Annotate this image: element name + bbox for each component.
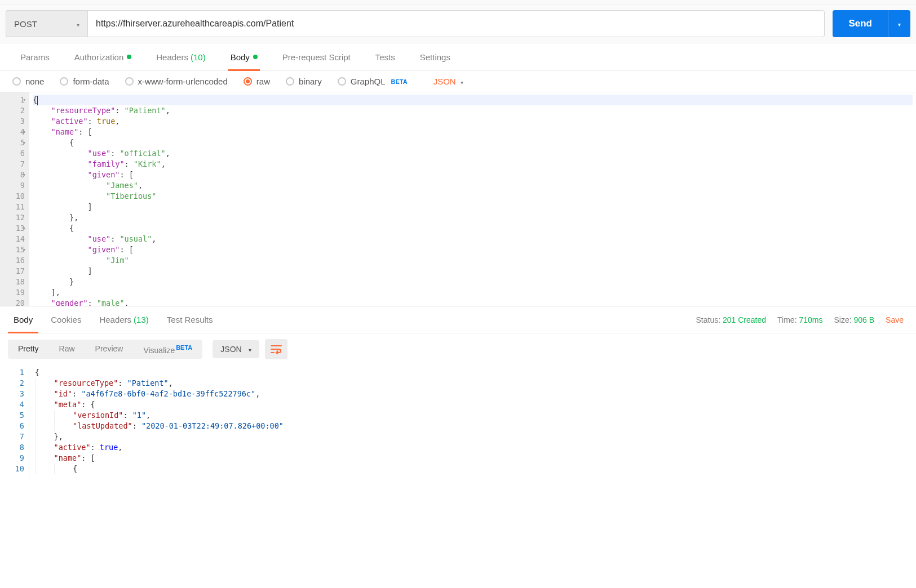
size-label: Size: 906 B	[834, 315, 874, 324]
status-dot-icon	[253, 55, 258, 59]
radio-icon	[125, 77, 134, 86]
editor-gutter: 12345678910	[0, 365, 29, 478]
send-dropdown-button[interactable]	[888, 10, 910, 37]
wrap-lines-button[interactable]	[265, 339, 287, 359]
response-tabs: Body Cookies Headers(13) Test Results St…	[0, 306, 916, 333]
resp-tab-cookies[interactable]: Cookies	[42, 306, 90, 333]
radio-icon	[244, 77, 252, 86]
view-preview[interactable]: Preview	[85, 340, 134, 359]
resp-tab-body[interactable]: Body	[5, 306, 42, 333]
body-type-xwww[interactable]: x-www-form-urlencoded	[125, 77, 228, 86]
chevron-down-icon	[249, 345, 251, 354]
radio-icon	[338, 77, 346, 86]
beta-badge: BETA	[176, 344, 192, 351]
status-dot-icon	[127, 55, 131, 59]
save-response-button[interactable]: Save	[886, 315, 904, 324]
resp-tab-testresults[interactable]: Test Results	[158, 306, 222, 333]
raw-format-select[interactable]: JSON	[433, 77, 463, 86]
chevron-down-icon	[898, 20, 901, 28]
body-type-raw[interactable]: raw	[244, 77, 270, 86]
tab-prerequest[interactable]: Pre-request Script	[270, 43, 363, 70]
editor-code[interactable]: { "resourceType": "Patient", "active": t…	[29, 92, 916, 306]
tab-authorization[interactable]: Authorization	[62, 43, 144, 70]
body-type-graphql[interactable]: GraphQLBETA	[338, 77, 408, 86]
tab-body[interactable]: Body	[218, 43, 270, 70]
beta-badge: BETA	[391, 78, 408, 85]
body-type-binary[interactable]: binary	[286, 77, 322, 86]
response-body-editor[interactable]: 12345678910 { "resourceType": "Patient",…	[0, 365, 916, 478]
response-meta: Status: 201 Created Time: 710ms Size: 90…	[696, 315, 911, 324]
chevron-down-icon	[461, 77, 463, 86]
request-tabs: Params Authorization Headers(10) Body Pr…	[0, 43, 916, 71]
body-type-formdata[interactable]: form-data	[60, 77, 109, 86]
body-type-selector: none form-data x-www-form-urlencoded raw…	[0, 71, 916, 92]
editor-code[interactable]: { "resourceType": "Patient", "id": "a4f6…	[29, 365, 916, 478]
top-divider	[0, 0, 916, 5]
request-body-editor[interactable]: 123456789101112131415161718192021 { "res…	[0, 92, 916, 306]
url-input[interactable]	[87, 10, 825, 37]
tab-headers[interactable]: Headers(10)	[144, 43, 218, 70]
response-view-mode: Pretty Raw Preview VisualizeBETA	[8, 340, 202, 359]
view-raw[interactable]: Raw	[49, 340, 85, 359]
radio-icon	[60, 77, 68, 86]
radio-icon	[12, 77, 21, 86]
status-label: Status: 201 Created	[696, 315, 767, 324]
response-format-select[interactable]: JSON	[213, 340, 259, 358]
request-bar: POST Send	[0, 5, 916, 43]
editor-gutter: 123456789101112131415161718192021	[0, 92, 29, 306]
tab-params[interactable]: Params	[8, 43, 62, 70]
view-pretty[interactable]: Pretty	[8, 340, 49, 359]
method-value: POST	[14, 19, 37, 29]
tab-settings[interactable]: Settings	[408, 43, 463, 70]
radio-icon	[286, 77, 294, 86]
chevron-down-icon	[77, 19, 79, 29]
time-label: Time: 710ms	[777, 315, 822, 324]
send-button[interactable]: Send	[833, 10, 888, 37]
wrap-icon	[270, 344, 282, 354]
view-visualize[interactable]: VisualizeBETA	[133, 340, 202, 359]
send-button-group: Send	[833, 10, 910, 37]
tab-tests[interactable]: Tests	[363, 43, 408, 70]
method-select[interactable]: POST	[6, 10, 87, 37]
resp-tab-headers[interactable]: Headers(13)	[90, 306, 157, 333]
body-type-none[interactable]: none	[12, 77, 44, 86]
response-toolbar: Pretty Raw Preview VisualizeBETA JSON	[0, 333, 916, 365]
